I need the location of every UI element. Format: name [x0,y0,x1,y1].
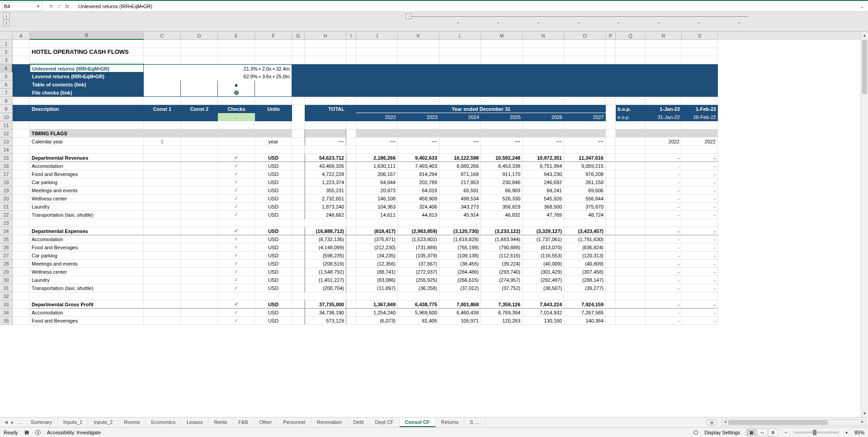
cell[interactable]: (1,791,630) [564,235,606,243]
cell[interactable] [606,56,616,64]
cell[interactable] [305,219,346,227]
cell[interactable] [682,56,718,64]
cell[interactable]: 2,732,651 [305,195,346,203]
cell[interactable] [481,129,523,138]
cell[interactable] [346,72,356,81]
cell[interactable]: Meetings and events [30,260,144,268]
cell[interactable]: (105,379) [398,252,439,260]
cell[interactable]: Levered returns (IRR•EqM•GR) [30,72,144,81]
cell[interactable] [13,219,30,227]
cell[interactable]: (293,740) [481,268,523,276]
cell[interactable]: (12,356) [356,260,398,268]
cell[interactable] [646,146,682,154]
cell[interactable]: 43,468,326 [305,162,346,170]
cell[interactable] [356,129,398,138]
cell[interactable] [606,138,616,146]
status-accessibility[interactable]: Accessibility: Investigate [47,430,101,435]
cell[interactable] [13,276,30,284]
zoom-level[interactable]: 85% [854,430,864,435]
col-header-R[interactable]: R [646,32,682,40]
cell[interactable]: USD [255,300,292,309]
cell[interactable] [564,48,606,56]
cell[interactable]: 1-Feb-22 [682,105,718,113]
cell[interactable] [346,97,356,105]
cell[interactable]: - [682,235,718,243]
cell[interactable] [218,129,255,138]
cell[interactable] [292,40,305,48]
cell[interactable] [255,89,292,97]
cell[interactable]: - [682,268,718,276]
cell[interactable] [616,178,646,186]
cell[interactable] [144,170,181,178]
cell[interactable] [356,48,398,56]
cell[interactable] [346,276,356,284]
cell[interactable]: 69,606 [564,186,606,195]
cell[interactable] [255,97,292,105]
cell[interactable] [13,268,30,276]
col-header-D[interactable]: D [181,32,218,40]
cell[interactable] [346,89,356,97]
cell[interactable] [616,317,646,325]
cell[interactable]: (88,741) [356,268,398,276]
sheet-tab[interactable]: Leases [181,418,208,427]
cell[interactable]: ✓ [218,260,255,268]
cell[interactable] [13,162,30,170]
cell[interactable]: 9,402,633 [398,154,439,162]
cell[interactable]: 1 [144,138,181,146]
cell[interactable] [346,235,356,243]
cell[interactable] [144,260,181,268]
cell[interactable] [181,300,218,309]
cell[interactable] [606,252,616,260]
cell[interactable]: 7,001,868 [439,300,481,309]
cell[interactable] [218,97,255,105]
row-header-8[interactable]: 8 [0,97,13,105]
cell[interactable] [218,56,255,64]
cell[interactable]: (3,423,457) [564,227,606,235]
cell[interactable]: - [646,317,682,325]
cell[interactable]: ✓ [218,276,255,284]
cell[interactable] [181,138,218,146]
sheet-tab[interactable]: Consol CF [400,418,436,427]
cell[interactable]: Calendar year [30,138,144,146]
cell[interactable]: - [646,300,682,309]
cell[interactable] [181,56,218,64]
cell[interactable] [305,129,346,138]
cell[interactable] [682,48,718,56]
cell[interactable] [181,268,218,276]
col-header-O[interactable]: O [564,32,606,40]
cell[interactable]: ▲ [218,81,255,89]
cell[interactable]: 526,330 [481,195,523,203]
cell[interactable] [616,195,646,203]
cell[interactable] [346,154,356,162]
cell[interactable]: 7,359,126 [481,300,523,309]
cell[interactable]: 146,108 [356,195,398,203]
row-header-35[interactable]: 35 [0,317,13,325]
cell[interactable] [398,89,439,97]
cell[interactable] [218,121,255,129]
cell[interactable]: (3,233,122) [481,227,523,235]
cell[interactable] [346,284,356,292]
cell[interactable]: (4,149,099) [305,243,346,252]
cell[interactable] [13,243,30,252]
cell[interactable]: Car parking [30,252,144,260]
cell[interactable] [346,64,356,72]
cell[interactable]: 943,230 [523,170,564,178]
cell[interactable] [346,195,356,203]
cell[interactable]: - [646,243,682,252]
cell[interactable] [144,121,181,129]
col-header-F[interactable]: F [255,32,292,40]
cell[interactable]: Table of contents (link) [30,81,144,89]
cell[interactable] [346,40,356,48]
cell[interactable] [346,170,356,178]
row-header-33[interactable]: 33 [0,300,13,309]
cell[interactable] [181,178,218,186]
cell[interactable] [13,235,30,243]
cell[interactable]: (39,277) [564,284,606,292]
cell[interactable]: - [682,211,718,219]
cell[interactable]: 54,623,712 [305,154,346,162]
cell[interactable]: USD [255,203,292,211]
cell[interactable] [398,146,439,154]
cell[interactable]: Const 2 [181,105,218,113]
cell[interactable]: - [646,211,682,219]
cell[interactable] [606,284,616,292]
